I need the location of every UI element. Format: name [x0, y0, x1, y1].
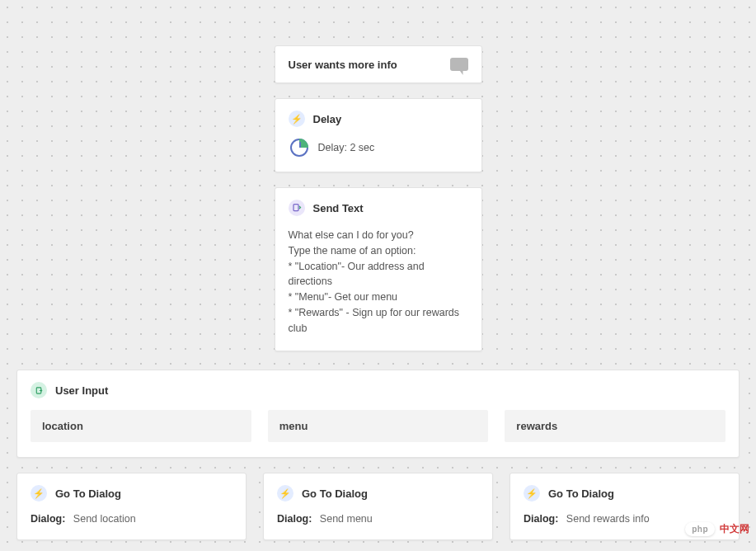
delay-card[interactable]: ⚡ Delay Delay: 2 sec [275, 98, 482, 172]
svg-rect-0 [293, 205, 298, 211]
goto-target: Send rewards info [566, 513, 650, 525]
goto-title: Go To Dialog [548, 487, 614, 500]
user-input-title: User Input [55, 384, 108, 397]
goto-header: ⚡ Go To Dialog [31, 485, 232, 502]
watermark-badge: php [685, 522, 715, 536]
delay-header: ⚡ Delay [289, 111, 468, 127]
bolt-icon: ⚡ [277, 485, 293, 502]
goto-label: Dialog: [31, 513, 65, 525]
chat-icon [450, 58, 468, 71]
send-text-line: * "Menu"- Get our menu [289, 290, 468, 305]
trigger-card[interactable]: User wants more info [275, 45, 482, 83]
send-text-header: Send Text [289, 200, 468, 216]
send-text-line: Type the name of an option: [289, 243, 468, 259]
send-text-line: * "Rewards" - Sign up for our rewards cl… [289, 305, 468, 337]
bolt-icon: ⚡ [524, 485, 540, 502]
goto-target: Send location [73, 513, 136, 525]
send-text-body: What else can I do for you? Type the nam… [289, 228, 468, 336]
goto-label: Dialog: [524, 513, 558, 525]
watermark-text: 中文网 [720, 522, 749, 536]
goto-body: Dialog: Send location [31, 513, 232, 525]
bolt-icon: ⚡ [31, 485, 47, 502]
trigger-title: User wants more info [289, 59, 397, 71]
user-input-option-rewards[interactable]: rewards [505, 410, 725, 442]
watermark: php 中文网 [685, 522, 749, 536]
bolt-icon: ⚡ [289, 111, 305, 127]
goto-body: Dialog: Send menu [277, 513, 479, 525]
user-input-card[interactable]: User Input location menu rewards [16, 370, 740, 458]
user-input-option-location[interactable]: location [31, 410, 251, 442]
send-text-title: Send Text [313, 202, 364, 214]
clock-icon [290, 139, 308, 157]
goto-dialog-card[interactable]: ⚡ Go To Dialog Dialog: Send location [16, 473, 247, 540]
user-input-header: User Input [31, 382, 725, 398]
goto-header: ⚡ Go To Dialog [277, 485, 479, 502]
user-input-option-menu[interactable]: menu [268, 410, 489, 442]
goto-title: Go To Dialog [302, 487, 368, 500]
user-input-options: location menu rewards [31, 410, 725, 442]
goto-label: Dialog: [277, 513, 312, 525]
goto-dialog-card[interactable]: ⚡ Go To Dialog Dialog: Send menu [263, 473, 493, 540]
goto-title: Go To Dialog [55, 487, 121, 500]
send-text-card[interactable]: Send Text What else can I do for you? Ty… [275, 187, 482, 351]
send-text-line: What else can I do for you? [289, 228, 468, 243]
flow-canvas[interactable]: User wants more info ⚡ Delay Delay: 2 se… [0, 0, 756, 551]
delay-body: Delay: 2 sec [289, 139, 468, 157]
goto-header: ⚡ Go To Dialog [524, 485, 725, 502]
delay-title: Delay [313, 113, 342, 125]
send-text-icon [289, 200, 305, 216]
delay-value: Delay: 2 sec [318, 142, 375, 153]
user-input-icon [31, 382, 47, 398]
goto-target: Send menu [320, 513, 373, 525]
send-text-line: * "Location"- Our address and directions [289, 259, 468, 290]
branch-row: ⚡ Go To Dialog Dialog: Send location ⚡ G… [16, 473, 740, 540]
